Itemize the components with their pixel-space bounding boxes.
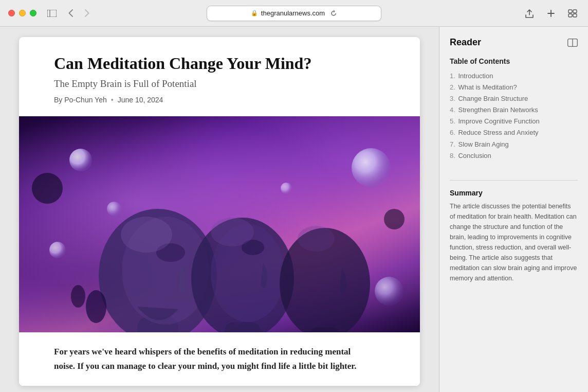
- toc-number-4: 4.: [450, 106, 455, 114]
- toc-label-5: Improve Cognitive Function: [458, 117, 539, 125]
- summary-heading: Summary: [450, 189, 578, 197]
- toc-number-6: 6.: [450, 129, 455, 136]
- toc-item-2[interactable]: 2. What is Meditation?: [450, 82, 578, 93]
- minimize-button[interactable]: [19, 10, 26, 16]
- toc-item-5[interactable]: 5. Improve Cognitive Function: [450, 116, 578, 127]
- address-bar[interactable]: 🔒 thegranularnews.com: [207, 6, 381, 21]
- toc-item-6[interactable]: 6. Reduce Stress and Anxiety: [450, 127, 578, 138]
- reader-header: Reader: [450, 37, 578, 48]
- toc-list: 1. Introduction 2. What is Meditation? 3…: [450, 70, 578, 162]
- svg-rect-4: [568, 10, 572, 13]
- toc-label-2: What is Meditation?: [458, 83, 517, 91]
- svg-point-25: [69, 149, 92, 171]
- svg-point-27: [49, 242, 66, 258]
- lock-icon: 🔒: [251, 10, 258, 16]
- toolbar-right: [522, 6, 580, 21]
- tab-overview-button[interactable]: [565, 6, 580, 21]
- reload-icon[interactable]: [330, 10, 337, 17]
- svg-point-19: [211, 218, 254, 246]
- svg-rect-6: [568, 14, 572, 17]
- url-text: thegranularnews.com: [261, 9, 325, 17]
- article-byline: By Po-Chun Yeh • June 10, 2024: [54, 96, 385, 104]
- back-button[interactable]: [63, 8, 78, 19]
- toc-item-1[interactable]: 1. Introduction: [450, 70, 578, 82]
- toc-label-4: Strengthen Brain Networks: [458, 106, 538, 114]
- share-button[interactable]: [522, 6, 537, 21]
- nav-buttons: [45, 8, 94, 19]
- article-area: Can Meditation Change Your Mind? The Emp…: [0, 27, 439, 392]
- reader-panel-title: Reader: [450, 37, 481, 48]
- toc-number-2: 2.: [450, 83, 455, 91]
- svg-point-28: [107, 202, 121, 216]
- toc-label-7: Slow Brain Aging: [458, 140, 508, 148]
- svg-point-33: [384, 209, 405, 229]
- titlebar: 🔒 thegranularnews.com: [0, 0, 588, 27]
- new-tab-button[interactable]: [544, 6, 558, 21]
- close-button[interactable]: [8, 10, 15, 16]
- reader-divider: [450, 180, 578, 181]
- body-bold-text: For years we've heard whispers of the be…: [54, 347, 351, 357]
- sidebar-toggle-button[interactable]: [45, 8, 59, 19]
- toc-item-8[interactable]: 8. Conclusion: [450, 150, 578, 162]
- svg-rect-7: [573, 14, 577, 17]
- reader-panel: Reader Table of Contents 1. Introduction…: [439, 27, 588, 392]
- reader-layout-button[interactable]: [567, 39, 578, 47]
- toc-item-4[interactable]: 4. Strengthen Brain Networks: [450, 104, 578, 116]
- toc-number-1: 1.: [450, 72, 455, 80]
- toc-label-8: Conclusion: [458, 152, 491, 159]
- article-hero-image: [19, 116, 420, 332]
- article-date: June 10, 2024: [118, 96, 163, 104]
- svg-point-13: [121, 217, 172, 253]
- toc-item-3[interactable]: 3. Change Brain Structure: [450, 93, 578, 104]
- svg-point-32: [32, 173, 63, 204]
- article-body: For years we've heard whispers of the be…: [19, 332, 420, 386]
- svg-point-23: [298, 226, 335, 252]
- toc-label-3: Change Brain Structure: [458, 95, 528, 102]
- svg-point-30: [86, 290, 106, 323]
- article-title: Can Meditation Change Your Mind?: [54, 54, 385, 73]
- toc-heading: Table of Contents: [450, 57, 578, 65]
- svg-rect-5: [573, 10, 577, 13]
- article-header: Can Meditation Change Your Mind? The Emp…: [19, 37, 420, 116]
- svg-point-31: [71, 285, 85, 308]
- article-card: Can Meditation Change Your Mind? The Emp…: [19, 37, 420, 386]
- toc-number-8: 8.: [450, 152, 455, 159]
- forward-button[interactable]: [80, 8, 94, 19]
- traffic-lights: [8, 10, 36, 16]
- toc-item-7[interactable]: 7. Slow Brain Aging: [450, 139, 578, 150]
- svg-point-24: [352, 148, 391, 187]
- svg-point-26: [375, 277, 403, 306]
- article-body-text: For years we've heard whispers of the be…: [54, 345, 385, 373]
- summary-text: The article discusses the potential bene…: [450, 201, 578, 283]
- body-bold-text-2: noise. If you can manage to clear your m…: [54, 361, 357, 371]
- main-layout: Can Meditation Change Your Mind? The Emp…: [0, 27, 588, 392]
- article-subtitle: The Empty Brain is Full of Potential: [54, 78, 385, 90]
- toc-number-7: 7.: [450, 140, 455, 148]
- fullscreen-button[interactable]: [30, 10, 36, 16]
- address-bar-container: 🔒 thegranularnews.com: [207, 6, 381, 21]
- svg-point-29: [281, 183, 292, 194]
- toc-label-6: Reduce Stress and Anxiety: [458, 129, 538, 136]
- article-author: By Po-Chun Yeh: [54, 96, 107, 104]
- toc-number-3: 3.: [450, 95, 455, 102]
- toc-number-5: 5.: [450, 117, 455, 125]
- svg-rect-0: [47, 10, 57, 17]
- brain-illustration: [19, 116, 420, 332]
- toc-label-1: Introduction: [458, 72, 493, 80]
- byline-separator: •: [111, 96, 114, 104]
